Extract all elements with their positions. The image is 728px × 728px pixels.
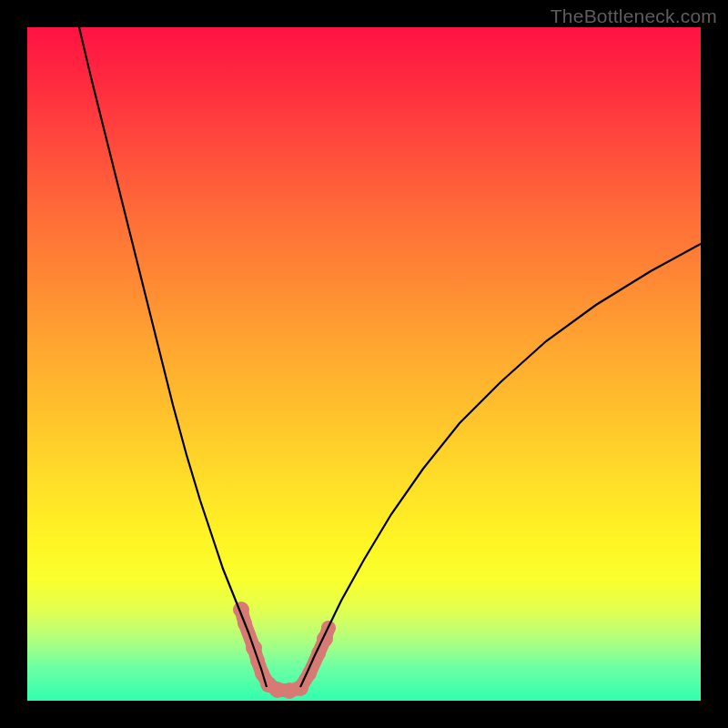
chart-frame: TheBottleneck.com	[0, 0, 728, 728]
plot-area	[27, 27, 701, 701]
watermark-text: TheBottleneck.com	[551, 5, 717, 27]
valley-marker-dot	[292, 680, 308, 696]
curve-svg	[27, 27, 701, 701]
curve-right-branch	[300, 244, 701, 687]
curve-left-branch	[79, 27, 267, 687]
valley-marker-group	[233, 602, 336, 699]
